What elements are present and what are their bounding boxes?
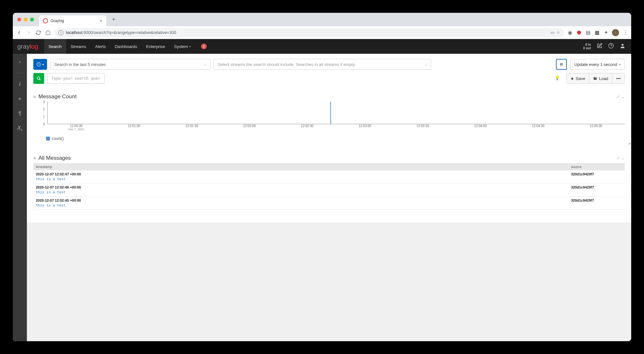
reader-icon[interactable]: ▤	[585, 30, 591, 36]
variable-icon[interactable]: X1	[15, 124, 24, 133]
time-config-button[interactable]: ▾	[33, 59, 47, 70]
stream-select[interactable]: Select streams the search should include…	[213, 59, 431, 70]
nav-system[interactable]: System ▾	[170, 39, 195, 54]
back-button[interactable]	[16, 29, 22, 36]
update-interval-select[interactable]: Update every 1 second ▾	[570, 59, 625, 70]
table-row[interactable]: 2020-12-07 12:02:47 +00:00320d1c9429f7 t…	[33, 170, 625, 183]
plot-area[interactable]	[47, 102, 625, 124]
expand-sidebar-icon[interactable]	[15, 58, 24, 67]
add-icon[interactable]: +	[15, 94, 24, 103]
puzzle-icon[interactable]: ✦	[603, 30, 609, 36]
paragraph-icon[interactable]: ¶	[15, 109, 24, 118]
expand-icon[interactable]: ⤢	[616, 156, 620, 160]
save-button[interactable]: ★ Save	[567, 73, 590, 84]
panel-menu-icon[interactable]: ⌄	[622, 156, 625, 160]
load-button[interactable]: Load	[589, 73, 612, 84]
help-icon[interactable]	[608, 43, 614, 50]
search-button[interactable]	[33, 73, 44, 84]
bookmark-star-icon[interactable]: ☆	[556, 30, 560, 35]
forward-button[interactable]	[26, 29, 32, 36]
y-tick: 2	[43, 108, 45, 111]
query-input[interactable]	[47, 73, 105, 84]
chart-panel: ≡ Message Count ⤢ ⌄ 3 2 1 0	[27, 89, 631, 145]
msg-timestamp: 2020-12-07 12:02:46 +00:00	[36, 185, 571, 189]
msg-body: this is a test	[36, 177, 622, 181]
nav-alerts[interactable]: Alerts	[91, 39, 110, 54]
drag-handle-icon[interactable]: ≡	[33, 156, 36, 161]
x-tick: 12:01:00	[128, 124, 140, 128]
minimize-window-button[interactable]	[24, 18, 28, 21]
nav-streams[interactable]: Streams	[66, 39, 91, 54]
site-info-icon[interactable]: i	[58, 30, 63, 35]
nav-enterprise[interactable]: Enterprise	[142, 39, 170, 54]
msg-body: this is a test	[36, 203, 622, 207]
profile-avatar[interactable]	[612, 29, 619, 36]
x-tick: 12:03:00	[359, 124, 371, 128]
tab-title: Graylog	[51, 19, 64, 23]
table-row[interactable]: 2020-12-07 12:02:46 +00:00320d1c9429f7 t…	[33, 183, 625, 197]
tab-close-button[interactable]: ×	[100, 18, 102, 23]
drag-handle-icon[interactable]: ≡	[33, 94, 36, 99]
search-panel: ▾ Search in the last 5 minutes ⌄ Select …	[27, 54, 631, 89]
expand-icon[interactable]: ⤢	[616, 94, 620, 99]
y-tick: 3	[43, 100, 45, 104]
pause-button[interactable]	[556, 59, 567, 70]
info-icon[interactable]: i	[15, 80, 24, 89]
notification-badge[interactable]: 2	[201, 44, 207, 49]
x-tick: 12:00:30Dec 7, 2020	[68, 124, 84, 131]
messages-panel: ≡ All Messages ⤢ ⌄ timestamp source	[27, 150, 631, 222]
kebab-menu-icon[interactable]: ⋮	[622, 30, 628, 36]
action-group: ★ Save Load •••	[566, 73, 625, 84]
home-button[interactable]	[45, 29, 51, 36]
io-stats: 0 in 0 out	[583, 43, 591, 50]
x-tick: 12:05:00	[590, 124, 602, 128]
panel-menu-icon[interactable]: ⌄	[622, 94, 625, 99]
ext-icon-1[interactable]: ▦	[594, 30, 600, 36]
main-area: ▾ Search in the last 5 minutes ⌄ Select …	[27, 54, 631, 341]
sidebar: i + ¶ X1	[13, 54, 27, 341]
maximize-window-button[interactable]	[30, 18, 34, 21]
col-timestamp[interactable]: timestamp	[36, 165, 571, 169]
close-window-button[interactable]	[17, 18, 21, 21]
y-tick: 0	[43, 123, 45, 126]
reload-button[interactable]	[35, 29, 42, 36]
chart-legend: count()	[46, 136, 625, 141]
scratchpad-icon[interactable]	[597, 43, 602, 50]
table-row[interactable]: 2020-12-07 12:02:45 +00:00320d1c9429f7 t…	[33, 197, 625, 210]
traffic-lights	[17, 18, 34, 21]
chart-area: 3 2 1 0 12:00:30Dec 7, 2020 12:01:00 12:…	[40, 102, 625, 131]
y-tick: 1	[43, 115, 45, 118]
time-range-select[interactable]: Search in the last 5 minutes ⌄	[50, 59, 210, 70]
resize-handle-icon[interactable]: ◢	[628, 141, 631, 145]
messages-title: All Messages	[38, 155, 71, 161]
msg-timestamp: 2020-12-07 12:02:47 +00:00	[36, 172, 571, 176]
present-icon[interactable]: ▭	[551, 30, 554, 35]
app-shell: graylog Search Streams Alerts Dashboards…	[13, 39, 631, 341]
x-tick: 12:03:30	[416, 124, 429, 128]
shield-icon[interactable]: ⬢	[576, 30, 582, 36]
addressbar[interactable]: i localhost:9000/search?q=&rangetype=rel…	[54, 28, 564, 37]
new-tab-button[interactable]: +	[112, 16, 116, 23]
chart-title: Message Count	[38, 93, 76, 100]
more-actions-button[interactable]: •••	[612, 73, 624, 84]
data-bar	[330, 102, 331, 124]
user-icon[interactable]	[620, 43, 625, 50]
x-tick: 12:02:00	[243, 124, 256, 128]
nav-search[interactable]: Search	[44, 39, 66, 54]
titlebar: Graylog × +	[13, 13, 631, 26]
browser-tab[interactable]: Graylog ×	[39, 15, 106, 26]
messages-table: timestamp source 2020-12-07 12:02:47 +00…	[33, 163, 625, 210]
svg-rect-4	[562, 63, 562, 66]
lightbulb-icon[interactable]: 💡	[555, 76, 560, 80]
col-source[interactable]: source	[571, 165, 622, 169]
camera-icon[interactable]: ◉	[567, 30, 573, 36]
favicon-icon	[43, 18, 48, 23]
svg-point-5	[37, 77, 40, 79]
extensions: ◉ ⬢ ▤ ▦ ✦ ⋮	[567, 29, 628, 36]
x-tick: 12:04:00	[474, 124, 487, 128]
msg-source: 320d1c9429f7	[571, 185, 622, 189]
nav-dashboards[interactable]: Dashboards	[110, 39, 141, 54]
svg-rect-3	[560, 63, 561, 66]
addressbar-row: i localhost:9000/search?q=&rangetype=rel…	[13, 26, 631, 39]
logo[interactable]: graylog	[17, 43, 38, 50]
